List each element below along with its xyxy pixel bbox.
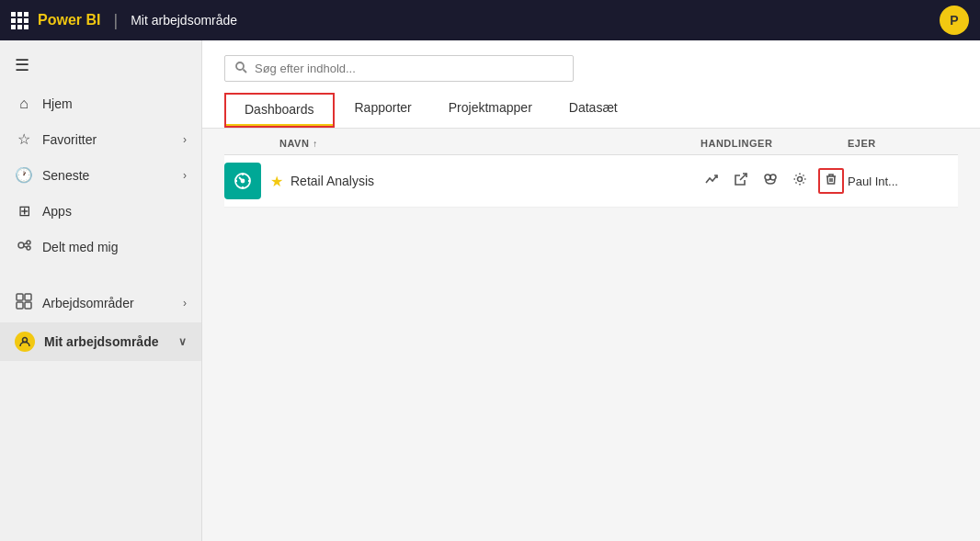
sort-arrow-icon[interactable]: ↑ xyxy=(313,139,318,149)
star-favorite-icon[interactable]: ★ xyxy=(270,173,283,190)
tab-datasaet[interactable]: Datasæt xyxy=(551,93,636,128)
analytics-icon[interactable] xyxy=(701,168,723,194)
star-icon: ☆ xyxy=(15,130,33,148)
svg-rect-8 xyxy=(25,302,31,309)
svg-point-2 xyxy=(27,246,30,250)
chevron-right-icon-seneste: › xyxy=(183,169,187,182)
sidebar-item-apps-label: Apps xyxy=(42,204,72,219)
tab-rapporter[interactable]: Rapporter xyxy=(336,93,430,128)
apps-icon: ⊞ xyxy=(15,202,33,220)
topbar-workspace-label: Mit arbejdsområde xyxy=(131,13,237,28)
row-title[interactable]: Retail Analysis xyxy=(291,174,701,188)
sidebar-toggle[interactable]: ☰ xyxy=(0,48,201,83)
sidebar-item-seneste[interactable]: 🕐 Seneste › xyxy=(0,157,201,193)
workspaces-icon xyxy=(15,293,33,313)
sidebar-item-favoritter-label: Favoritter xyxy=(42,132,97,147)
sidebar-item-favoritter[interactable]: ☆ Favoritter › xyxy=(0,121,201,157)
dashboards-tab-wrapper: Dashboards xyxy=(224,93,335,128)
content-header: Dashboards Rapporter Projektmapper Datas… xyxy=(202,40,980,129)
search-input[interactable] xyxy=(255,62,564,75)
tab-dashboards[interactable]: Dashboards xyxy=(226,95,333,126)
svg-point-0 xyxy=(18,242,24,248)
sidebar: ☰ ⌂ Hjem ☆ Favoritter › 🕐 Seneste › ⊞ Ap… xyxy=(0,40,202,541)
row-actions xyxy=(701,168,848,194)
table-header: NAVN ↑ HANDLINGER EJER xyxy=(224,129,958,155)
svg-point-17 xyxy=(798,177,803,182)
topbar-logo: Power BI xyxy=(38,12,100,28)
arbejdsomrader-label: Arbejdsområder xyxy=(42,296,134,310)
sidebar-item-arbejdsomrader[interactable]: Arbejdsområder › xyxy=(0,284,201,322)
content-area: Dashboards Rapporter Projektmapper Datas… xyxy=(202,40,980,541)
chevron-down-icon: ∨ xyxy=(178,335,187,348)
share-icon[interactable] xyxy=(730,168,752,194)
delete-button[interactable] xyxy=(818,168,844,194)
row-owner: Paul Int... xyxy=(848,175,958,188)
topbar: Power BI | Mit arbejdsområde P xyxy=(0,0,980,40)
chevron-right-icon: › xyxy=(183,133,187,146)
topbar-separator: | xyxy=(113,11,118,30)
sidebar-item-delt[interactable]: Delt med mig xyxy=(0,229,201,265)
apps-grid-icon[interactable] xyxy=(11,12,28,29)
col-actions-header: HANDLINGER xyxy=(701,138,848,149)
search-icon xyxy=(234,61,247,76)
svg-point-13 xyxy=(242,180,245,183)
svg-point-15 xyxy=(770,175,776,180)
share-icon xyxy=(15,238,33,256)
search-bar[interactable] xyxy=(224,55,574,82)
table-area: NAVN ↑ HANDLINGER EJER ★ Retail Ana xyxy=(202,129,980,541)
col-owner-header: EJER xyxy=(848,138,958,149)
tabs-bar: Dashboards Rapporter Projektmapper Datas… xyxy=(224,93,958,128)
svg-rect-7 xyxy=(17,302,23,309)
svg-point-1 xyxy=(27,241,30,244)
subscribe-icon[interactable] xyxy=(759,168,781,194)
sidebar-item-apps[interactable]: ⊞ Apps xyxy=(0,193,201,229)
workspace-avatar xyxy=(15,332,35,352)
settings-icon[interactable] xyxy=(789,168,811,194)
chevron-right-icon-arbejd: › xyxy=(183,297,187,310)
home-icon: ⌂ xyxy=(15,96,33,112)
tab-projektmapper[interactable]: Projektmapper xyxy=(430,93,551,128)
svg-line-11 xyxy=(244,70,247,73)
sidebar-item-hjem-label: Hjem xyxy=(42,96,73,111)
logo-text: Power BI xyxy=(38,12,100,28)
main-layout: ☰ ⌂ Hjem ☆ Favoritter › 🕐 Seneste › ⊞ Ap… xyxy=(0,40,980,541)
sidebar-item-delt-label: Delt med mig xyxy=(42,240,118,254)
col-name-header: NAVN ↑ xyxy=(224,138,701,149)
table-row: ★ Retail Analysis xyxy=(224,155,958,208)
svg-point-14 xyxy=(765,175,770,180)
mit-arbejdsomrade-label: Mit arbejdsområde xyxy=(44,334,158,349)
clock-icon: 🕐 xyxy=(15,166,33,184)
svg-rect-5 xyxy=(17,294,23,300)
user-avatar[interactable]: P xyxy=(940,6,969,35)
svg-rect-6 xyxy=(25,294,31,300)
svg-point-10 xyxy=(236,62,244,70)
row-dashboard-icon xyxy=(224,163,261,199)
sidebar-item-mit-arbejdsomrade[interactable]: Mit arbejdsområde ∨ xyxy=(0,322,201,361)
sidebar-item-hjem[interactable]: ⌂ Hjem xyxy=(0,86,201,121)
sidebar-item-seneste-label: Seneste xyxy=(42,168,89,183)
